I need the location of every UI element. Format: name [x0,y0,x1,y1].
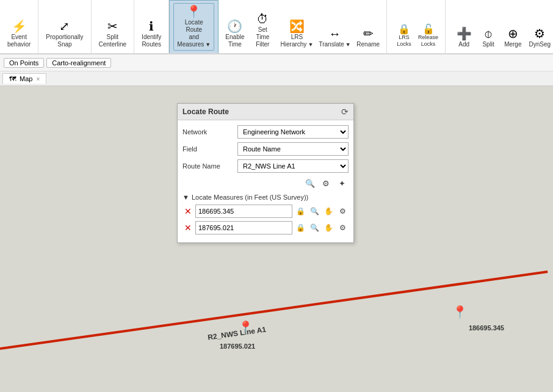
measures-header-label: Locate Measures (in Feet (US Survey)) [192,194,308,201]
split-centerline-button[interactable]: ✂ Split Centerline [95,18,131,51]
dynseg-button[interactable]: ⚙ DynSeg [526,25,554,51]
lrs-hierarchy-label: LRSHierarchy▼ [281,34,314,48]
release-locks-button[interactable]: 🔓 ReleaseLocks [415,21,441,51]
translate-icon: ↔ [329,27,341,40]
locate-label: Locate Routeand Measures▼ [177,19,211,48]
locate-route-button[interactable]: 📍 Locate Routeand Measures▼ [173,3,214,51]
proportionally-snap-button[interactable]: ⤢ Proportionally Snap [42,18,87,51]
set-time-filter-button[interactable]: ⏱ Set TimeFilter [248,10,278,51]
map-tab[interactable]: 🗺 Map × [2,73,46,84]
orange-pin: 📍 [238,320,253,335]
route-search-button[interactable]: 🔍 [303,176,317,190]
release-locks-icon: 🔓 [422,24,435,34]
identify-label: Identify Routes [142,34,161,48]
lrs-hierarchy-icon: 🔀 [289,20,305,32]
dynseg-label: DynSeg [529,41,551,48]
measure1-pan-button[interactable]: ✋ [322,205,334,217]
on-points-button[interactable]: On Points [4,58,44,68]
measure2-settings-button[interactable]: ⚙ [336,222,349,234]
ribbon-group-edit: ➕ Add ⌽ Split ⊕ Merge ⚙ DynSeg [448,0,553,53]
measure-row-2: ✕ 🔒 🔍 ✋ ⚙ [183,221,349,234]
route-name-select[interactable]: R2_NWS Line A1 [237,159,349,173]
map-tab-label: Map [20,75,32,82]
rename-label: Rename [356,41,380,48]
route-settings-button[interactable]: ⚙ [319,176,333,190]
measure2-remove-button[interactable]: ✕ [183,223,193,233]
toolbar: On Points Carto-realignment [0,54,553,71]
add-label: Add [458,41,469,48]
merge-label: Merge [504,41,521,48]
point2-label: 187695.021 [220,343,255,350]
route-flash-button[interactable]: ✦ [335,176,349,190]
network-label: Network [183,128,237,136]
split-button[interactable]: ⌽ Split [476,25,501,51]
translate-button[interactable]: ↔ Translate▼ [316,25,353,51]
time-filter-icon: ⏱ [256,13,269,25]
rename-icon: ✏ [363,27,374,40]
locate-panel-body: Network Engineering Network Field Route … [178,120,353,242]
lrs-locks-icon: 🔒 [398,24,410,34]
route-name-label: Route Name [183,162,237,170]
ribbon-group-split: ✂ Split Centerline [92,0,135,53]
ribbon-group-locate: 📍 Locate Routeand Measures▼ [169,0,219,53]
release-locks-label: ReleaseLocks [418,34,438,48]
ribbon-group-snap: ⤢ Proportionally Snap [38,0,91,53]
carto-realignment-button[interactable]: Carto-realignment [46,58,111,68]
ribbon-group-enable-time: 🕐 EnableTime ⏱ Set TimeFilter 🔀 LRSHiera… [219,0,387,53]
merge-button[interactable]: ⊕ Merge [501,25,525,51]
blue-pin: 📍 [452,305,468,319]
event-behavior-button[interactable]: ⚡ Event behavior [4,18,34,51]
add-icon: ➕ [457,27,472,40]
measures-collapse-button[interactable]: ▼ [183,194,189,201]
locate-route-panel: Locate Route ⟳ Network Engineering Netwo… [177,103,354,243]
ribbon-group-event: ⚡ Event behavior [0,0,38,53]
time-filter-label: Set TimeFilter [251,26,274,48]
point1-label: 186695.345 [469,324,504,332]
measure1-lock-button[interactable]: 🔒 [294,205,306,217]
snap-icon: ⤢ [59,20,70,32]
blue-pin-icon: 📍 [452,305,468,319]
split2-label: Split [482,41,494,48]
network-row: Network Engineering Network [183,125,349,139]
measure2-lock-button[interactable]: 🔒 [294,222,306,234]
ribbon-group-identify: ℹ Identify Routes [134,0,169,53]
merge-icon: ⊕ [508,27,518,40]
field-row: Field Route Name [183,142,349,156]
route-label: R2_NWS Line A1 [207,325,266,341]
enable-time-button[interactable]: 🕐 EnableTime [222,18,247,51]
enable-time-label: EnableTime [225,34,244,48]
add-button[interactable]: ➕ Add [452,25,476,51]
measure2-pan-button[interactable]: ✋ [322,222,334,234]
route-name-row: Route Name R2_NWS Line A1 [183,159,349,173]
map-area: R2_NWS Line A1 📍 186695.345 📍 187695.021… [0,86,553,392]
locate-panel-title: Locate Route [183,107,229,116]
translate-label: Translate▼ [319,41,350,48]
field-label: Field [183,145,237,153]
route-actions: 🔍 ⚙ ✦ [183,176,349,190]
measures-header: ▼ Locate Measures (in Feet (US Survey)) [183,194,349,201]
lrs-locks-button[interactable]: 🔒 LRSLocks [393,21,415,51]
measure2-search-button[interactable]: 🔍 [308,222,320,234]
measure2-input[interactable] [195,221,292,234]
map-tab-icon: 🗺 [9,75,16,82]
ribbon-group-locks: 🔒 LRSLocks 🔓 ReleaseLocks [389,0,446,53]
field-select[interactable]: Route Name [237,142,349,156]
network-select[interactable]: Engineering Network [237,125,349,139]
identify-routes-button[interactable]: ℹ Identify Routes [138,18,165,51]
locate-icon: 📍 [186,5,201,18]
orange-pin-icon: 📍 [238,320,253,335]
lrs-hierarchy-button[interactable]: 🔀 LRSHierarchy▼ [278,18,316,51]
enable-time-icon: 🕐 [227,20,242,32]
split-label: Split Centerline [99,34,127,48]
measure1-settings-button[interactable]: ⚙ [336,205,349,217]
locate-panel-refresh-button[interactable]: ⟳ [341,107,349,117]
locate-panel-header: Locate Route ⟳ [178,104,353,120]
measure1-search-button[interactable]: 🔍 [308,205,320,217]
measure-row-1: ✕ 🔒 🔍 ✋ ⚙ [183,205,349,218]
map-tab-close-button[interactable]: × [36,76,40,82]
map-tabs: 🗺 Map × [0,71,553,86]
rename-button[interactable]: ✏ Rename [353,25,383,51]
measure1-remove-button[interactable]: ✕ [183,206,193,216]
snap-label: Proportionally Snap [46,34,83,48]
measure1-input[interactable] [195,205,292,218]
